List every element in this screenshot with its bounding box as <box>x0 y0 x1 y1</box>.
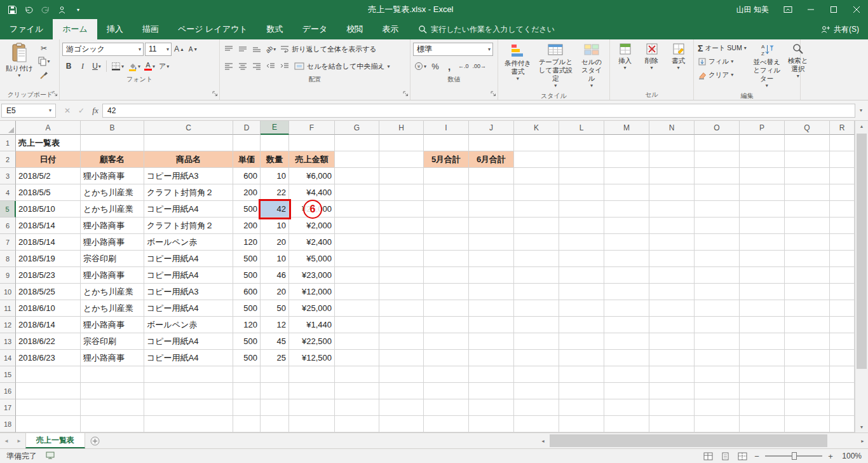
qat-customize-button[interactable]: ▾ <box>71 3 85 17</box>
tab-校閲[interactable]: 校閲 <box>337 19 372 39</box>
cell-H4[interactable] <box>379 184 424 201</box>
cell-E10[interactable]: 20 <box>261 284 289 300</box>
col-header-D[interactable]: D <box>233 121 261 135</box>
cell-K16[interactable] <box>514 383 559 399</box>
cell-H14[interactable] <box>379 350 424 366</box>
cell-O17[interactable] <box>695 399 740 416</box>
cell-A16[interactable] <box>16 383 81 399</box>
cell-G18[interactable] <box>335 416 379 432</box>
cell-B4[interactable]: とかち川産業 <box>81 184 144 201</box>
cell-H2[interactable] <box>379 151 424 168</box>
cell-P8[interactable] <box>740 251 785 267</box>
cell-K8[interactable] <box>514 251 559 267</box>
cell-P3[interactable] <box>740 168 785 184</box>
cell-G3[interactable] <box>335 168 379 184</box>
cell-K14[interactable] <box>514 350 559 366</box>
cell-C9[interactable]: コピー用紙A4 <box>144 267 233 284</box>
cell-L1[interactable] <box>559 135 604 151</box>
cell-J15[interactable] <box>469 366 514 383</box>
cell-P11[interactable] <box>740 300 785 317</box>
col-header-L[interactable]: L <box>559 121 604 135</box>
cell-L16[interactable] <box>559 383 604 399</box>
cell-styles-button[interactable]: セルのスタイル ▾ <box>576 41 607 90</box>
cell-G15[interactable] <box>335 366 379 383</box>
touch-mouse-mode-button[interactable] <box>55 3 69 17</box>
zoom-level[interactable]: 100% <box>839 452 862 460</box>
cell-H6[interactable] <box>379 218 424 234</box>
cell-E1[interactable] <box>261 135 289 151</box>
cell-G6[interactable] <box>335 218 379 234</box>
cell-M10[interactable] <box>604 284 649 300</box>
cell-F16[interactable] <box>289 383 335 399</box>
cell-A2[interactable]: 日付 <box>16 151 81 168</box>
cell-N4[interactable] <box>649 184 695 201</box>
cell-D11[interactable]: 500 <box>233 300 261 317</box>
cell-K4[interactable] <box>514 184 559 201</box>
row-header-7[interactable]: 7 <box>0 234 16 251</box>
cell-J7[interactable] <box>469 234 514 251</box>
cell-J11[interactable] <box>469 300 514 317</box>
cell-J8[interactable] <box>469 251 514 267</box>
cell-J16[interactable] <box>469 383 514 399</box>
cell-J13[interactable] <box>469 333 514 350</box>
cell-O15[interactable] <box>695 366 740 383</box>
cell-K11[interactable] <box>514 300 559 317</box>
cell-Q12[interactable] <box>785 317 830 333</box>
cell-N2[interactable] <box>649 151 695 168</box>
cell-P9[interactable] <box>740 267 785 284</box>
cell-H15[interactable] <box>379 366 424 383</box>
cell-D13[interactable]: 500 <box>233 333 261 350</box>
cell-F14[interactable]: ¥12,500 <box>289 350 335 366</box>
cell-R10[interactable] <box>830 284 855 300</box>
font-dialog-launcher[interactable] <box>212 90 218 99</box>
insert-cells-button[interactable]: 挿入 ▾ <box>613 41 637 73</box>
copy-button[interactable]: ▾ <box>37 55 51 68</box>
italic-button[interactable]: I <box>76 60 89 73</box>
cell-D4[interactable]: 200 <box>233 184 261 201</box>
cell-B5[interactable]: とかち川産業 <box>81 201 144 218</box>
cell-J3[interactable] <box>469 168 514 184</box>
cell-E13[interactable]: 45 <box>261 333 289 350</box>
percent-format-button[interactable]: % <box>429 60 442 73</box>
cell-B17[interactable] <box>81 399 144 416</box>
row-header-1[interactable]: 1 <box>0 135 16 151</box>
cell-H18[interactable] <box>379 416 424 432</box>
cell-A8[interactable]: 2018/5/19 <box>16 251 81 267</box>
cut-button[interactable]: ✂ <box>37 41 51 55</box>
cell-L8[interactable] <box>559 251 604 267</box>
fill-color-button[interactable]: ▾ <box>126 60 142 73</box>
share-button[interactable]: 共有(S) <box>820 19 868 39</box>
cell-O4[interactable] <box>695 184 740 201</box>
cell-N10[interactable] <box>649 284 695 300</box>
cell-L17[interactable] <box>559 399 604 416</box>
cell-F4[interactable]: ¥4,400 <box>289 184 335 201</box>
vertical-scrollbar[interactable]: ▲ ▼ <box>855 121 868 432</box>
cell-F17[interactable] <box>289 399 335 416</box>
cell-A4[interactable]: 2018/5/5 <box>16 184 81 201</box>
cell-A9[interactable]: 2018/5/23 <box>16 267 81 284</box>
cell-R2[interactable] <box>830 151 855 168</box>
cell-G17[interactable] <box>335 399 379 416</box>
cell-A6[interactable]: 2018/5/14 <box>16 218 81 234</box>
tab-数式[interactable]: 数式 <box>257 19 293 39</box>
cell-A15[interactable] <box>16 366 81 383</box>
cell-R9[interactable] <box>830 267 855 284</box>
cell-K9[interactable] <box>514 267 559 284</box>
cell-G16[interactable] <box>335 383 379 399</box>
cell-D18[interactable] <box>233 416 261 432</box>
cell-M6[interactable] <box>604 218 649 234</box>
cell-E15[interactable] <box>261 366 289 383</box>
cell-I4[interactable] <box>424 184 469 201</box>
cell-L4[interactable] <box>559 184 604 201</box>
cell-Q10[interactable] <box>785 284 830 300</box>
bold-button[interactable]: B <box>62 60 75 73</box>
cell-Q13[interactable] <box>785 333 830 350</box>
cell-G10[interactable] <box>335 284 379 300</box>
cell-N15[interactable] <box>649 366 695 383</box>
cell-F6[interactable]: ¥2,000 <box>289 218 335 234</box>
col-header-P[interactable]: P <box>740 121 785 135</box>
cell-H16[interactable] <box>379 383 424 399</box>
cell-C8[interactable]: コピー用紙A4 <box>144 251 233 267</box>
cell-Q16[interactable] <box>785 383 830 399</box>
comma-format-button[interactable]: , <box>443 60 456 73</box>
